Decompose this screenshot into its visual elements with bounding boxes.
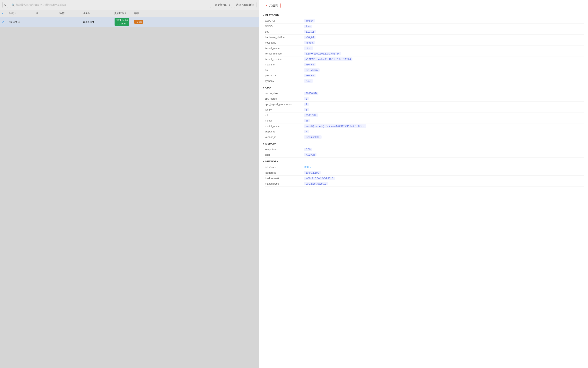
meta-key: hostname	[265, 41, 304, 44]
refresh-button[interactable]: ↻	[2, 2, 8, 8]
meta-value: linux	[304, 25, 313, 28]
meta-key: kernel_name	[265, 46, 304, 50]
memory-badge: 71.6%	[134, 20, 143, 24]
meta-value: 7	[304, 130, 309, 133]
row-checkbox[interactable]: ✓	[0, 18, 7, 26]
date-badge: 2024-07-24 11:23:37	[114, 18, 129, 26]
meta-key: cache_size	[265, 92, 304, 95]
platform-section: ▾ PLATFORM GOARCH amd64 GOOS linux goV 1…	[259, 11, 588, 84]
network-section: ▾ NETWORK interfaces 展开 › ipaddress 10.9…	[259, 158, 588, 186]
agent-dropdown[interactable]: 选择 Agent 版本	[234, 2, 256, 8]
meta-row: pythonV 2.7.5	[265, 78, 584, 84]
meta-key: total	[265, 153, 304, 156]
meta-value: GenuineIntel	[304, 135, 322, 139]
toolbar: ↻ 🔍 模糊搜索表格内容(多个关键词请用空格分隔) 无更新超过 ▾ 选择 Age…	[0, 0, 259, 10]
meta-key: kernel_version	[265, 57, 304, 61]
row-time: 2024-07-24 11:23:37	[113, 18, 133, 26]
col-name: 标识 ⊡	[7, 11, 34, 15]
meta-row: GOARCH amd64	[265, 18, 584, 24]
meta-row: processor x86_64	[265, 73, 584, 78]
chevron-down-icon: ▾	[263, 14, 264, 17]
meta-key: stepping	[265, 130, 304, 133]
meta-row: total 7.92 GB	[265, 152, 584, 158]
meta-key: interfaces	[265, 166, 304, 169]
platform-section-header[interactable]: ▾ PLATFORM	[263, 11, 584, 18]
search-placeholder: 模糊搜索表格内容(多个关键词请用空格分隔)	[16, 3, 66, 7]
col-tag: 标签	[58, 11, 81, 15]
meta-value: 85	[304, 119, 310, 122]
meta-key: pythonV	[265, 79, 304, 83]
host-network-icon: ⊡	[18, 20, 20, 23]
memory-section-body: swap_total 0.00 total 7.92 GB	[263, 147, 584, 158]
meta-key: vendor_id	[265, 135, 304, 138]
search-icon: 🔍	[11, 3, 15, 6]
network-section-body: interfaces 展开 › ipaddress 10.99.1.199 ip…	[263, 165, 584, 186]
meta-value: 0.00	[304, 148, 312, 151]
col-ip: IP	[34, 11, 58, 15]
check-icon: ✓	[2, 20, 4, 23]
meta-value: GNU/Linux	[304, 68, 320, 72]
meta-value: x86_64	[304, 63, 316, 66]
meta-key: GOOS	[265, 25, 304, 28]
meta-value: 36608 KB	[304, 92, 318, 95]
filter-dropdown[interactable]: 无更新超过 ▾	[213, 2, 232, 8]
col-group: 业务组	[81, 11, 113, 15]
meta-row: os GNU/Linux	[265, 67, 584, 73]
meta-value: Linux	[304, 46, 313, 50]
meta-row: ipaddress 10.99.1.199	[265, 170, 584, 175]
meta-key: machine	[265, 63, 304, 66]
search-box[interactable]: 🔍 模糊搜索表格内容(多个关键词请用空格分隔)	[10, 2, 211, 8]
meta-key: model_name	[265, 124, 304, 128]
checkbox-header[interactable]: ✓	[0, 11, 7, 15]
table-panel: ↻ 🔍 模糊搜索表格内容(多个关键词请用空格分隔) 无更新超过 ▾ 选择 Age…	[0, 0, 259, 368]
row-tag	[58, 18, 82, 26]
meta-key: hardware_platform	[265, 36, 304, 39]
meta-row: mhz 2500.002	[265, 112, 584, 118]
network-label: NETWORK	[266, 160, 279, 163]
row-memory: 71.6%	[133, 18, 144, 26]
memory-label: MEMORY	[266, 142, 277, 145]
meta-row: cpu_logical_processors 4	[265, 101, 584, 107]
platform-section-body: GOARCH amd64 GOOS linux goV 1.21.11 hard…	[263, 18, 584, 84]
meta-value: x86_64	[304, 36, 316, 39]
meta-value: 2500.002	[304, 113, 318, 117]
meta-key: kernel_release	[265, 52, 304, 55]
chevron-down-icon: ▾	[229, 3, 230, 6]
meta-key: cpu_logical_processors	[265, 102, 304, 106]
meta-key: goV	[265, 30, 304, 33]
meta-row: hardware_platform x86_64	[265, 35, 584, 40]
meta-value: 2	[304, 97, 309, 101]
cpu-section-header[interactable]: ▾ CPU	[263, 84, 584, 91]
panel-header: ✕ 元信息	[259, 0, 588, 11]
meta-value: 00:16:3e:3d:38:18	[304, 182, 328, 185]
meta-row: hostname nb-test	[265, 40, 584, 46]
meta-row: cache_size 36608 KB	[265, 91, 584, 96]
expand-interfaces-button[interactable]: 展开 ›	[304, 166, 311, 169]
close-button[interactable]: ✕	[265, 4, 268, 7]
memory-section-header[interactable]: ▾ MEMORY	[263, 140, 584, 147]
meta-value: fe80::216:3eff:fe3d:3818	[304, 177, 335, 180]
meta-key: model	[265, 119, 304, 122]
chevron-down-icon: ▾	[263, 142, 264, 145]
meta-value: 4	[304, 102, 309, 106]
meta-row: model_name Intel(R) Xeon(R) Platinum 826…	[265, 123, 584, 129]
meta-row: stepping 7	[265, 129, 584, 134]
meta-key: macaddress	[265, 182, 304, 185]
chevron-down-icon: ▾	[263, 160, 264, 163]
meta-row: macaddress 00:16:3e:3d:38:18	[265, 181, 584, 186]
panel-title-box: ✕ 元信息	[263, 3, 281, 9]
meta-value: nb-test	[304, 41, 315, 44]
panel-title: 元信息	[269, 4, 278, 7]
meta-key: swap_total	[265, 148, 304, 151]
platform-label: PLATFORM	[266, 14, 279, 17]
memory-section: ▾ MEMORY swap_total 0.00 total 7.92 GB	[259, 140, 588, 158]
meta-row: model 85	[265, 118, 584, 123]
meta-row: GOOS linux	[265, 24, 584, 29]
meta-row: kernel_version #1 SMP Thu Jan 25 16:17:3…	[265, 56, 584, 62]
network-section-header[interactable]: ▾ NETWORK	[263, 158, 584, 165]
filter-label: 无更新超过	[215, 3, 228, 7]
table-row[interactable]: ✓ nb-test ⊡ robin-test 2024-07-24 11:23:…	[0, 17, 259, 27]
agent-label: 选择 Agent 版本	[236, 3, 254, 7]
meta-key: GOARCH	[265, 19, 304, 22]
meta-row: machine x86_64	[265, 62, 584, 67]
